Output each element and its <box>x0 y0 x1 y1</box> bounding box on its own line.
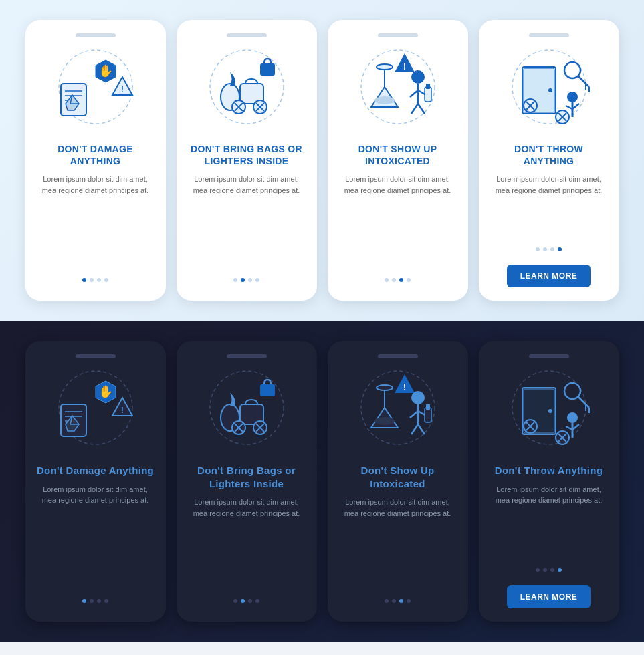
illustration-bags-light <box>200 47 294 134</box>
phone-notch-dark <box>227 354 267 358</box>
svg-point-91 <box>548 409 552 413</box>
card-title-bags-dark: Don't Bring Bags or Lighters Inside <box>187 464 306 490</box>
dots-damage-dark <box>82 599 108 603</box>
dot-3 <box>399 599 403 603</box>
dot-2 <box>392 278 396 282</box>
card-body-intoxicated-dark: Lorem ipsum dolor sit dim amet, mea regi… <box>338 497 457 590</box>
svg-rect-15 <box>260 63 275 76</box>
svg-line-32 <box>418 104 425 114</box>
phone-notch <box>227 33 267 37</box>
card-body-damage-light: Lorem ipsum dolor sit dim amet, mea regi… <box>36 174 155 269</box>
dot-2 <box>241 278 245 282</box>
phone-notch <box>529 33 569 37</box>
card-damage-dark: ✋ ! Don't Damage Anything Lorem ipsum do… <box>25 341 166 622</box>
card-intoxicated-dark: ! Don't Show Up Intoxicated Lorem ipsum … <box>328 341 468 622</box>
dot-1 <box>536 568 540 572</box>
card-body-bags-light: Lorem ipsum dolor sit dim amet, mea regi… <box>187 174 306 269</box>
dot-3 <box>550 568 554 572</box>
svg-point-24 <box>374 96 395 104</box>
dot-1 <box>233 278 237 282</box>
dot-1 <box>385 278 389 282</box>
svg-rect-34 <box>426 84 430 89</box>
dots-bags-dark <box>233 599 259 603</box>
card-body-throw-light: Lorem ipsum dolor sit dim amet, mea regi… <box>490 174 609 238</box>
dot-4 <box>104 278 108 282</box>
dark-section: ✋ ! Don't Damage Anything Lorem ipsum do… <box>0 321 644 642</box>
svg-rect-68 <box>260 384 275 396</box>
svg-text:✋: ✋ <box>98 63 114 78</box>
dot-2 <box>90 278 94 282</box>
svg-line-84 <box>411 424 418 434</box>
card-title-bags-light: DON'T BRING BAGS OR LIGHTERS INSIDE <box>187 143 306 167</box>
phone-notch <box>378 33 418 37</box>
dot-3 <box>248 278 252 282</box>
phone-notch <box>76 33 116 37</box>
dot-4 <box>558 568 562 572</box>
svg-rect-86 <box>425 408 431 422</box>
dots-throw-dark <box>536 568 562 572</box>
card-title-damage-dark: Don't Damage Anything <box>37 464 154 477</box>
illustration-throw-light <box>502 47 596 134</box>
svg-point-76 <box>377 385 393 390</box>
card-title-throw-dark: Don't Throw Anything <box>495 464 603 477</box>
dot-1 <box>233 599 237 603</box>
card-throw-light: DON'T THROW ANYTHING Lorem ipsum dolor s… <box>479 20 619 301</box>
dot-3 <box>399 278 403 282</box>
svg-text:!: ! <box>121 406 124 415</box>
svg-text:!: ! <box>121 85 124 94</box>
dot-4 <box>255 599 259 603</box>
svg-rect-87 <box>426 404 430 410</box>
dot-3 <box>97 599 101 603</box>
card-throw-dark: Don't Throw Anything Lorem ipsum dolor s… <box>479 341 619 622</box>
dot-1 <box>536 247 540 251</box>
dots-damage-light <box>82 278 108 282</box>
svg-point-38 <box>548 88 552 92</box>
learn-more-button-dark[interactable]: LEARN MORE <box>507 585 591 608</box>
dot-2 <box>241 599 245 603</box>
dot-4 <box>407 599 411 603</box>
card-bags-dark: Don't Bring Bags or Lighters Inside Lore… <box>177 341 317 622</box>
dot-2 <box>543 568 547 572</box>
light-section: ✋ ! DON'T DAMAGE ANYTHING Lorem ipsum do… <box>0 0 644 321</box>
dot-1 <box>82 599 86 603</box>
svg-point-43 <box>567 92 578 102</box>
svg-point-96 <box>567 412 578 423</box>
illustration-bags-dark <box>200 368 294 454</box>
svg-line-93 <box>578 396 589 408</box>
svg-point-77 <box>374 417 395 425</box>
dots-bags-light <box>233 278 259 282</box>
svg-text:!: ! <box>403 61 406 72</box>
svg-point-23 <box>377 64 393 70</box>
illustration-damage-dark: ✋ ! <box>49 368 142 454</box>
svg-line-85 <box>418 424 425 434</box>
card-body-bags-dark: Lorem ipsum dolor sit dim amet, mea regi… <box>187 497 306 590</box>
phone-notch-dark <box>378 354 418 358</box>
dot-3 <box>550 247 554 251</box>
card-intoxicated-light: ! DON'T SHOW UP INTOXICATED Lorem ipsum … <box>328 20 468 301</box>
card-body-throw-dark: Lorem ipsum dolor sit dim amet, mea regi… <box>490 484 609 559</box>
learn-more-button-light[interactable]: LEARN MORE <box>507 265 591 287</box>
dot-1 <box>385 599 389 603</box>
illustration-intoxicated-dark: ! <box>351 368 445 454</box>
illustration-throw-dark <box>502 368 596 454</box>
dot-4 <box>255 278 259 282</box>
svg-rect-33 <box>425 87 431 102</box>
dot-2 <box>392 599 396 603</box>
svg-point-80 <box>411 391 425 404</box>
phone-notch-dark <box>529 354 569 358</box>
dot-4 <box>558 247 562 251</box>
dots-intoxicated-light <box>385 278 411 282</box>
dot-4 <box>104 599 108 603</box>
svg-line-29 <box>410 90 418 97</box>
svg-line-82 <box>410 411 418 418</box>
card-bags-light: DON'T BRING BAGS OR LIGHTERS INSIDE Lore… <box>177 20 317 301</box>
dots-throw-light <box>536 247 562 251</box>
svg-text:✋: ✋ <box>98 384 114 399</box>
card-title-damage-light: DON'T DAMAGE ANYTHING <box>36 143 155 167</box>
dot-1 <box>82 278 86 282</box>
card-title-intoxicated-light: DON'T SHOW UP INTOXICATED <box>338 143 457 167</box>
dot-2 <box>90 599 94 603</box>
card-title-throw-light: DON'T THROW ANYTHING <box>490 143 609 167</box>
dots-intoxicated-dark <box>385 599 411 603</box>
phone-notch-dark <box>76 354 116 358</box>
